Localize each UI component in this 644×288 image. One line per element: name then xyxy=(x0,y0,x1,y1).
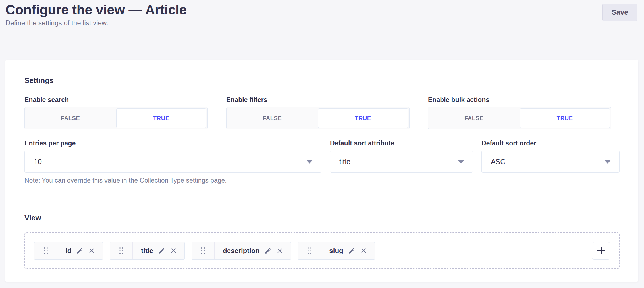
add-field-button[interactable] xyxy=(592,242,610,260)
select-label: Entries per page xyxy=(24,139,321,147)
field-name: description xyxy=(223,247,259,255)
remove-field-button[interactable] xyxy=(170,247,177,254)
caret-down-icon xyxy=(306,160,313,164)
settings-card: Settings Enable search FALSE TRUE Enable… xyxy=(5,60,638,282)
drag-handle-dots-icon xyxy=(44,247,48,254)
drag-handle-dots-icon xyxy=(119,247,123,254)
enable-bulk-actions-true-option[interactable]: TRUE xyxy=(520,108,610,128)
pencil-icon xyxy=(264,247,272,254)
page-container: Configure the view — Article Define the … xyxy=(5,0,638,27)
default-sort-attribute-value: title xyxy=(339,158,350,166)
plus-icon xyxy=(595,245,607,256)
select-label: Default sort attribute xyxy=(330,139,473,147)
section-divider xyxy=(24,198,620,198)
view-fields-drop-zone: id title xyxy=(24,232,620,269)
pill-body: title xyxy=(133,242,184,259)
pencil-icon xyxy=(158,247,165,254)
enable-search-false-option[interactable]: FALSE xyxy=(25,107,116,129)
drag-handle[interactable] xyxy=(298,242,321,259)
selects-row: Entries per page 10 Note: You can overri… xyxy=(24,139,620,184)
pencil-icon xyxy=(348,247,356,254)
enable-bulk-actions-toggle: FALSE TRUE xyxy=(428,107,611,129)
remove-field-button[interactable] xyxy=(277,247,283,254)
drag-handle[interactable] xyxy=(192,242,215,259)
select-label: Default sort order xyxy=(481,139,620,147)
page-subtitle: Define the settings of the list view. xyxy=(5,19,638,27)
drag-handle[interactable] xyxy=(34,242,57,259)
default-sort-attribute-select[interactable]: title xyxy=(330,151,473,173)
enable-filters-true-option[interactable]: TRUE xyxy=(318,108,408,128)
default-sort-order-group: Default sort order ASC xyxy=(481,139,620,184)
pill-body: description xyxy=(215,242,291,259)
enable-bulk-actions-false-option[interactable]: FALSE xyxy=(428,107,520,129)
enable-search-toggle: FALSE TRUE xyxy=(24,107,208,129)
entries-per-page-value: 10 xyxy=(34,158,42,166)
pill-body: id xyxy=(57,242,103,259)
default-sort-attribute-group: Default sort attribute title xyxy=(330,139,473,184)
remove-field-button[interactable] xyxy=(88,247,95,254)
toggle-label: Enable bulk actions xyxy=(428,96,611,104)
edit-field-button[interactable] xyxy=(158,247,165,254)
page-header: Configure the view — Article Define the … xyxy=(5,0,638,27)
pencil-icon xyxy=(76,247,84,254)
caret-down-icon xyxy=(604,160,611,164)
caret-down-icon xyxy=(457,160,465,164)
enable-search-true-option[interactable]: TRUE xyxy=(116,108,207,128)
field-pill-title: title xyxy=(110,242,185,260)
drag-handle-dots-icon xyxy=(201,247,205,254)
enable-filters-false-option[interactable]: FALSE xyxy=(227,107,318,129)
field-pill-description: description xyxy=(192,242,291,260)
edit-field-button[interactable] xyxy=(348,247,356,254)
default-sort-order-select[interactable]: ASC xyxy=(481,151,620,173)
drag-handle[interactable] xyxy=(110,242,133,259)
x-icon xyxy=(277,247,283,254)
remove-field-button[interactable] xyxy=(360,247,367,254)
field-name: id xyxy=(65,247,71,255)
entries-per-page-group: Entries per page 10 Note: You can overri… xyxy=(24,139,321,184)
toggle-group-enable-filters: Enable filters FALSE TRUE xyxy=(226,96,410,129)
default-sort-order-value: ASC xyxy=(491,158,505,166)
save-button[interactable]: Save xyxy=(602,4,637,21)
toggles-row: Enable search FALSE TRUE Enable filters … xyxy=(24,96,620,129)
toggle-group-enable-search: Enable search FALSE TRUE xyxy=(24,96,208,129)
x-icon xyxy=(170,247,177,254)
view-section-title: View xyxy=(24,214,620,222)
toggle-group-enable-bulk-actions: Enable bulk actions FALSE TRUE xyxy=(428,96,611,129)
field-pill-slug: slug xyxy=(298,242,375,260)
x-icon xyxy=(88,247,95,254)
entries-per-page-note: Note: You can override this value in the… xyxy=(24,177,321,184)
field-name: slug xyxy=(329,247,343,255)
field-pill-id: id xyxy=(34,242,103,260)
edit-field-button[interactable] xyxy=(76,247,84,254)
toggle-label: Enable search xyxy=(24,96,208,104)
page-title: Configure the view — Article xyxy=(5,2,638,18)
field-name: title xyxy=(141,247,153,255)
enable-filters-toggle: FALSE TRUE xyxy=(226,107,410,129)
drag-handle-dots-icon xyxy=(308,247,311,254)
entries-per-page-select[interactable]: 10 xyxy=(24,151,321,173)
x-icon xyxy=(360,247,367,254)
settings-section-title: Settings xyxy=(24,76,620,85)
edit-field-button[interactable] xyxy=(264,247,272,254)
toggle-label: Enable filters xyxy=(226,96,410,104)
pill-body: slug xyxy=(321,242,374,259)
